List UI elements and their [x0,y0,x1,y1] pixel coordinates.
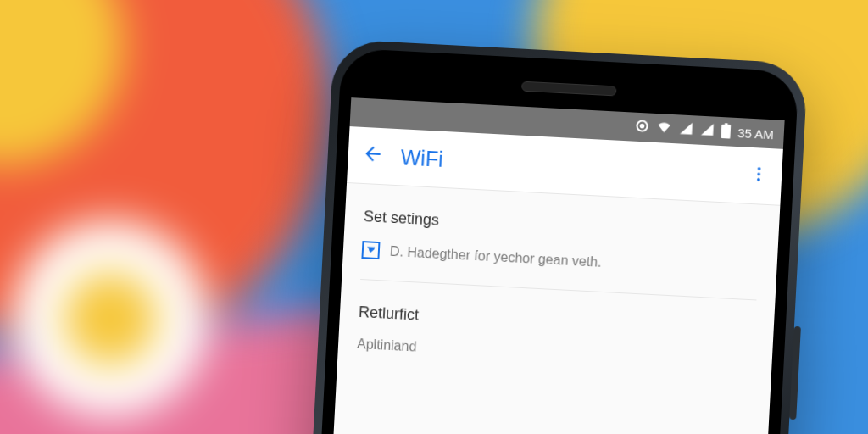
settings-content: Set setings D. Hadegther for yechor gean… [337,183,780,379]
scene: 35 AM WiFi Set setings D. Hadegther for … [0,0,868,434]
checkbox-icon[interactable] [361,241,380,259]
section-heading: Set setings [363,208,760,246]
signal-icon-2 [700,122,715,140]
signal-icon [679,120,694,138]
status-time: 35 AM [737,125,774,142]
screen: 35 AM WiFi Set setings D. Hadegther for … [319,97,785,434]
battery-icon [721,123,732,142]
camera-icon [635,119,650,136]
page-title: WiFi [400,145,733,186]
svg-point-1 [757,172,760,175]
checkbox-row[interactable]: D. Hadegther for yechor gean veth. [361,241,758,279]
svg-point-2 [757,178,760,181]
back-arrow-icon[interactable] [361,142,385,169]
phone-device: 35 AM WiFi Set setings D. Hadegther for … [294,39,808,434]
checkbox-label: D. Hadegther for yechor gean veth. [389,243,602,270]
overflow-menu-icon[interactable] [749,164,769,187]
earpiece-speaker [521,81,616,97]
wifi-icon [656,119,673,138]
svg-point-0 [758,167,761,170]
section-heading-2: Retlurfict [359,303,755,342]
section-subtitle: Apltiniand [357,337,754,372]
